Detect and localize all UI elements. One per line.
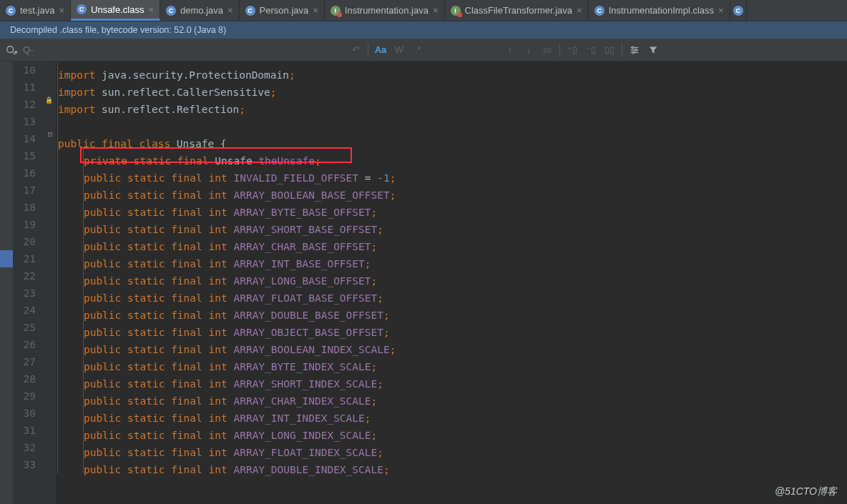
code-line-17[interactable]: public static final int ARRAY_BOOLEAN_BA…: [56, 182, 847, 199]
close-icon[interactable]: ×: [313, 5, 318, 16]
code-line-16[interactable]: public static final int INVALID_FIELD_OF…: [56, 164, 847, 182]
close-icon[interactable]: ×: [718, 5, 724, 16]
line-number: 27: [13, 353, 36, 370]
code-line-14[interactable]: public final class Unsafe {: [56, 130, 847, 147]
tab-instrumentation-java[interactable]: IInstrumentation.java×: [325, 0, 445, 21]
line-number: 31: [13, 422, 36, 439]
close-icon[interactable]: ×: [148, 4, 154, 15]
line-number: 19: [13, 216, 36, 233]
line-number: 15: [13, 147, 36, 164]
tab-label: InstrumentationImpl.class: [609, 5, 714, 16]
class-icon: C: [6, 6, 16, 16]
tab-instrumentationimpl-class[interactable]: CInstrumentationImpl.class×: [589, 0, 730, 21]
tab-label: Person.java: [260, 5, 309, 16]
line-number: 23: [13, 285, 36, 302]
decompiled-notice: Decompiled .class file, bytecode version…: [0, 21, 847, 39]
code-line-30[interactable]: public static final int ARRAY_INT_INDEX_…: [56, 405, 847, 422]
svg-point-0: [6, 46, 13, 52]
code-line-21[interactable]: public static final int ARRAY_INT_BASE_O…: [56, 250, 847, 267]
remove-selection-btn[interactable]: ⁻▯: [582, 39, 600, 61]
line-number: 20: [13, 233, 36, 250]
line-number: 17: [13, 182, 36, 199]
add-selection-btn[interactable]: ⁺▯: [563, 39, 582, 61]
prev-occurrence-btn[interactable]: ↶: [346, 39, 365, 61]
line-number: 22: [13, 267, 36, 285]
code-line-28[interactable]: public static final int ARRAY_SHORT_INDE…: [56, 370, 847, 387]
match-case-btn[interactable]: Aa: [371, 39, 390, 61]
lock-icon: 🔒: [44, 96, 53, 104]
down-arrow-btn[interactable]: ↓: [519, 39, 538, 61]
tab-label: demo.java: [180, 5, 223, 16]
line-number: 33: [13, 456, 36, 473]
line-number: 28: [13, 370, 36, 387]
code-editor[interactable]: 1011121314151617181920212223242526272829…: [0, 61, 847, 504]
line-number: 26: [13, 336, 36, 353]
code-line-20[interactable]: public static final int ARRAY_CHAR_BASE_…: [56, 233, 847, 250]
close-icon[interactable]: ×: [577, 5, 582, 16]
class-icon: C: [166, 6, 176, 16]
svg-point-5: [632, 46, 634, 49]
line-number: 32: [13, 439, 36, 456]
code-line-11[interactable]: import sun.reflect.CallerSensitive;: [56, 79, 847, 96]
code-line-33[interactable]: public static final int ARRAY_DOUBLE_IND…: [56, 456, 847, 473]
regex-btn[interactable]: .*: [408, 39, 427, 61]
code-area[interactable]: import java.security.ProtectionDomain;im…: [56, 61, 847, 504]
code-line-10[interactable]: import java.security.ProtectionDomain;: [56, 61, 847, 79]
close-icon[interactable]: ×: [433, 5, 439, 16]
filter-btn[interactable]: [644, 39, 662, 61]
code-line-13[interactable]: [56, 113, 847, 130]
line-number: 12: [13, 96, 36, 113]
line-number: 13: [13, 113, 36, 130]
select-occurrences-btn[interactable]: ▯▯: [600, 39, 619, 61]
line-numbers: 1011121314151617181920212223242526272829…: [13, 61, 46, 504]
code-line-32[interactable]: public static final int ARRAY_FLOAT_INDE…: [56, 439, 847, 456]
tab-test-java[interactable]: Ctest.java×: [0, 0, 71, 21]
banner-text: Decompiled .class file, bytecode version…: [10, 25, 226, 35]
svg-point-7: [632, 51, 635, 54]
line-number: 21: [13, 250, 36, 267]
tab-label: Instrumentation.java: [345, 5, 429, 16]
sep: [559, 44, 560, 56]
interface-icon: I: [451, 6, 461, 16]
caret-row-marker: [0, 250, 13, 267]
code-line-15[interactable]: private static final Unsafe theUnsafe;: [56, 147, 847, 164]
line-number: 25: [13, 319, 36, 336]
code-line-29[interactable]: public static final int ARRAY_CHAR_INDEX…: [56, 387, 847, 405]
tab-bar: Ctest.java×CUnsafe.class×Cdemo.java×CPer…: [0, 0, 847, 21]
code-line-24[interactable]: public static final int ARRAY_DOUBLE_BAS…: [56, 302, 847, 319]
code-line-22[interactable]: public static final int ARRAY_LONG_BASE_…: [56, 267, 847, 285]
class-icon: C: [594, 6, 604, 16]
up-arrow-btn[interactable]: ↑: [501, 39, 519, 61]
tab-classfiletransformer-java[interactable]: IClassFileTransformer.java×: [445, 0, 589, 21]
find-input[interactable]: [23, 39, 343, 61]
search-icon[interactable]: ▾: [0, 44, 23, 56]
code-line-31[interactable]: public static final int ARRAY_LONG_INDEX…: [56, 422, 847, 439]
tab-label: ClassFileTransformer.java: [465, 5, 573, 16]
tab-person-java[interactable]: CPerson.java×: [240, 0, 325, 21]
svg-point-6: [635, 49, 637, 51]
code-line-18[interactable]: public static final int ARRAY_BYTE_BASE_…: [56, 199, 847, 216]
fold-gutter: 🔒⊟: [46, 61, 56, 504]
tab-label: Unsafe.class: [91, 4, 144, 15]
code-line-27[interactable]: public static final int ARRAY_BYTE_INDEX…: [56, 353, 847, 370]
line-number: 10: [13, 61, 36, 79]
tab-label: test.java: [20, 5, 54, 16]
close-icon[interactable]: ×: [227, 5, 233, 16]
select-all-btn[interactable]: ▭: [538, 39, 557, 61]
close-icon[interactable]: ×: [59, 5, 64, 16]
settings-btn[interactable]: [625, 39, 644, 61]
code-line-19[interactable]: public static final int ARRAY_SHORT_BASE…: [56, 216, 847, 233]
watermark: @51CTO博客: [775, 485, 837, 498]
fold-minus-icon[interactable]: ⊟: [46, 130, 54, 139]
find-toolbar: ▾ ↶ Aa W .* ↑ ↓ ▭ ⁺▯ ⁻▯ ▯▯: [0, 39, 847, 61]
tab-unsafe-class[interactable]: CUnsafe.class×: [71, 0, 160, 21]
code-line-23[interactable]: public static final int ARRAY_FLOAT_BASE…: [56, 285, 847, 302]
code-line-12[interactable]: import sun.reflect.Reflection;: [56, 96, 847, 113]
sep: [368, 44, 368, 56]
line-number: 16: [13, 164, 36, 182]
tab-demo-java[interactable]: Cdemo.java×: [160, 0, 240, 21]
words-btn[interactable]: W: [390, 39, 408, 61]
code-line-26[interactable]: public static final int ARRAY_BOOLEAN_IN…: [56, 336, 847, 353]
tab-overflow[interactable]: C: [730, 0, 747, 21]
code-line-25[interactable]: public static final int ARRAY_OBJECT_BAS…: [56, 319, 847, 336]
